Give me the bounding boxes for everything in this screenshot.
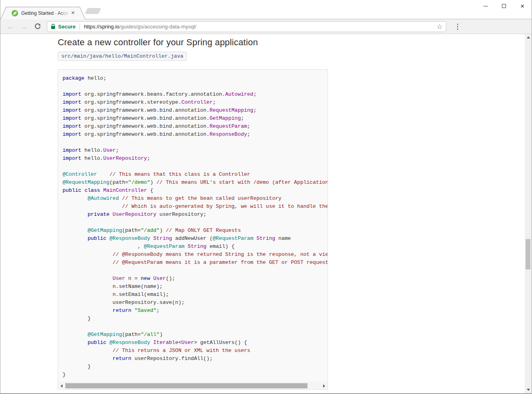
forward-button[interactable]: → [18, 21, 30, 32]
scroll-right-arrow-icon[interactable] [323, 384, 325, 388]
tab-close-icon[interactable]: ✕ [69, 10, 77, 17]
code-line: } [63, 315, 328, 323]
reload-button[interactable] [32, 21, 43, 32]
code-line: , @RequestParam String email) { [63, 243, 328, 251]
code-line: User n = new User(); [63, 275, 328, 283]
reload-icon [34, 23, 41, 30]
code-line: @GetMapping(path="/add") // Map ONLY GET… [63, 227, 328, 235]
vertical-scroll-thumb[interactable] [526, 239, 530, 269]
url-host: https://spring.io [84, 24, 119, 30]
code-line: import org.springframework.stereotype.Co… [63, 98, 328, 107]
browser-toolbar: ← → Secure https://spring.io/guides/gs/a… [0, 19, 532, 34]
code-line [63, 219, 328, 227]
code-line: return userRepository.findAll(); [63, 355, 328, 363]
kebab-dot [457, 26, 458, 27]
code-line: } [63, 371, 328, 379]
maximize-button[interactable] [495, 0, 513, 12]
code-horizontal-scrollbar[interactable] [59, 382, 327, 389]
code-line: // Which is auto-generated by Spring, we… [63, 203, 328, 211]
scroll-down-arrow-icon[interactable] [527, 389, 530, 391]
code-line: import org.springframework.web.bind.anno… [63, 131, 328, 139]
code-line: import org.springframework.web.bind.anno… [63, 123, 328, 131]
code-line: return "Saved"; [63, 307, 328, 315]
kebab-dot [457, 24, 458, 25]
minimize-icon [483, 6, 488, 6]
code-line: import org.springframework.web.bind.anno… [63, 115, 328, 123]
code-line: import hello.UserRepository; [63, 155, 328, 163]
code-line: n.setName(name); [63, 283, 328, 291]
code-line [63, 82, 328, 90]
close-button[interactable]: ✕ [513, 0, 532, 12]
browser-window: Getting Started · Accessin ✕ ✕ ← → [0, 0, 532, 394]
file-path-badge: src/main/java/hello/MainController.java [58, 52, 187, 61]
lock-icon [51, 24, 56, 30]
window-controls: ✕ [476, 0, 532, 12]
code-line: @Controller // This means that this clas… [63, 171, 328, 179]
secure-label: Secure [58, 24, 75, 30]
omnibox-separator [79, 23, 80, 30]
page-vertical-scrollbar[interactable] [525, 34, 532, 393]
kebab-dot [457, 28, 458, 30]
tab-title: Getting Started · Accessin [21, 10, 69, 16]
scroll-left-arrow-icon[interactable] [61, 384, 63, 388]
scroll-up-arrow-icon[interactable] [527, 36, 530, 38]
new-tab-button[interactable] [85, 8, 101, 14]
code-line: package hello; [63, 74, 328, 82]
code-line: public @ResponseBody Iterable<User> getA… [63, 339, 328, 347]
code-line: @Autowired // This means to get the bean… [63, 195, 328, 203]
code-line: public class MainController { [63, 187, 328, 195]
code-line: public @ResponseBody String addNewUser (… [63, 235, 328, 243]
back-button[interactable]: ← [5, 21, 16, 32]
minimize-button[interactable] [476, 0, 495, 12]
spring-leaf-icon [12, 10, 18, 16]
code-line: import hello.User; [63, 147, 328, 155]
code-line: } [63, 363, 328, 371]
page-heading: Create a new controller for your Spring … [58, 37, 258, 48]
url-path: /guides/gs/accessing-data-mysql/ [119, 24, 196, 30]
tab-title-fade [59, 10, 69, 16]
address-bar[interactable]: Secure https://spring.io/guides/gs/acces… [47, 21, 446, 32]
code-line [63, 163, 328, 171]
page-content: Create a new controller for your Spring … [0, 34, 532, 393]
bookmark-star-icon[interactable]: ☆ [437, 23, 443, 30]
code-line: private UserRepository userRepository; [63, 211, 328, 219]
code-line [63, 139, 328, 147]
code-line: @GetMapping(path="/all") [63, 331, 328, 339]
tab-strip: Getting Started · Accessin ✕ ✕ [0, 0, 532, 19]
code-line: import org.springframework.web.bind.anno… [63, 107, 328, 115]
tab-getting-started[interactable]: Getting Started · Accessin ✕ [7, 7, 79, 19]
code-line: userRepository.save(n); [63, 299, 328, 307]
maximize-icon [502, 4, 506, 8]
code-lines: package hello; import org.springframewor… [58, 70, 328, 379]
forward-arrow-icon: → [20, 23, 28, 30]
code-line: // This returns a JSON or XML with the u… [63, 347, 328, 355]
code-line: @RequestMapping(path="/demo") // This me… [63, 179, 328, 187]
code-line: // @ResponseBody means the returned Stri… [63, 251, 328, 259]
code-line [63, 267, 328, 275]
code-line: import org.springframework.beans.factory… [63, 90, 328, 98]
code-line [63, 323, 328, 331]
url-text: https://spring.io/guides/gs/accessing-da… [84, 24, 196, 30]
browser-menu-button[interactable] [452, 21, 463, 32]
code-block: package hello; import org.springframewor… [58, 69, 328, 390]
horizontal-scroll-thumb[interactable] [65, 383, 307, 388]
close-icon: ✕ [520, 4, 525, 9]
back-arrow-icon: ← [7, 23, 14, 30]
code-line: // @RequestParam means it is a parameter… [63, 259, 328, 267]
code-line: n.setEmail(email); [63, 291, 328, 299]
security-chip[interactable]: Secure [51, 24, 75, 30]
